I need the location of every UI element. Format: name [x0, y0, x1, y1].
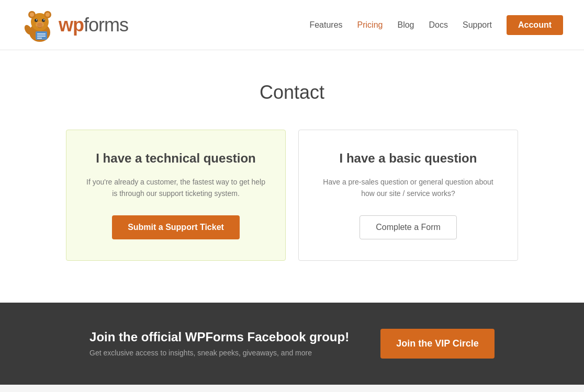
footer-cta-text-block: Join the official WPForms Facebook group… — [89, 330, 349, 357]
svg-point-6 — [35, 19, 38, 22]
logo-text: wpforms — [59, 14, 128, 36]
page-title: Contact — [21, 82, 563, 103]
main-nav: Features Pricing Blog Docs Support Accou… — [309, 15, 563, 35]
join-vip-circle-button[interactable]: Join the VIP Circle — [380, 329, 495, 359]
svg-point-9 — [43, 19, 44, 20]
footer-cta-section: Join the official WPForms Facebook group… — [0, 303, 584, 385]
technical-card-title: I have a technical question — [85, 151, 266, 166]
basic-card-title: I have a basic question — [318, 151, 499, 166]
contact-cards: I have a technical question If you're al… — [57, 130, 527, 261]
complete-form-button[interactable]: Complete a Form — [360, 215, 457, 239]
svg-point-8 — [36, 19, 37, 20]
nav-features[interactable]: Features — [309, 20, 342, 30]
submit-support-ticket-button[interactable]: Submit a Support Ticket — [112, 215, 240, 239]
basic-question-card: I have a basic question Have a pre-sales… — [298, 130, 518, 261]
footer-cta-subtext: Get exclusive access to insights, sneak … — [89, 349, 349, 357]
technical-card-description: If you're already a customer, the fastes… — [85, 176, 266, 200]
main-content: Contact I have a technical question If y… — [0, 50, 584, 303]
svg-point-3 — [30, 13, 34, 17]
svg-point-11 — [36, 21, 44, 28]
site-header: wpforms Features Pricing Blog Docs Suppo… — [0, 0, 584, 50]
basic-card-description: Have a pre-sales question or general que… — [318, 176, 499, 200]
technical-question-card: I have a technical question If you're al… — [66, 130, 286, 261]
nav-docs[interactable]: Docs — [429, 20, 448, 30]
nav-blog[interactable]: Blog — [397, 20, 414, 30]
footer-cta-heading: Join the official WPForms Facebook group… — [89, 330, 349, 344]
account-button[interactable]: Account — [507, 15, 563, 35]
nav-support[interactable]: Support — [463, 20, 492, 30]
svg-point-7 — [42, 19, 45, 22]
wpforms-bear-icon — [21, 6, 59, 44]
logo[interactable]: wpforms — [21, 6, 128, 44]
nav-pricing[interactable]: Pricing — [357, 20, 383, 30]
svg-point-5 — [46, 13, 50, 17]
